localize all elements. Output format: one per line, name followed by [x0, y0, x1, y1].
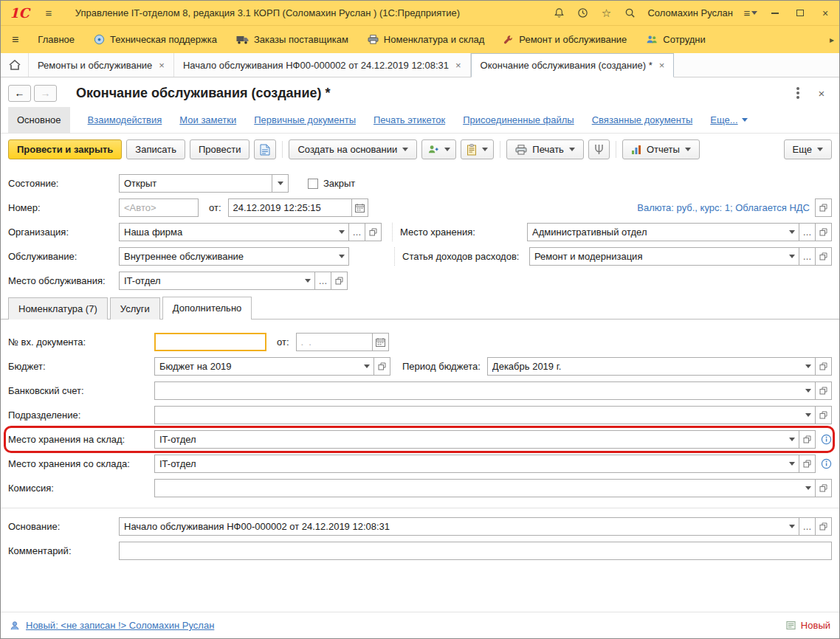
section-tech-support[interactable]: Техническая поддержка — [84, 26, 227, 53]
currency-open-button[interactable] — [815, 198, 832, 217]
storage-input[interactable] — [528, 224, 785, 241]
current-user[interactable]: Соломахин Руслан — [647, 7, 733, 18]
storage-from-warehouse-open-button[interactable] — [799, 455, 816, 473]
history-button[interactable] — [572, 4, 593, 23]
storage-from-warehouse-input[interactable] — [155, 455, 785, 472]
close-document-button[interactable]: × — [811, 84, 832, 102]
storage-to-warehouse-input[interactable] — [155, 431, 785, 448]
basis-dropdown-button[interactable] — [785, 518, 799, 535]
write-button[interactable]: Записать — [126, 139, 185, 159]
bank-account-input[interactable] — [155, 382, 801, 399]
nav-item-attached-files[interactable]: Присоединенные файлы — [463, 114, 574, 125]
window-tab-repairs[interactable]: Ремонты и обслуживание × — [29, 53, 174, 77]
budget-period-input[interactable] — [488, 358, 801, 375]
post-document-icon-button[interactable] — [254, 139, 276, 159]
print-button[interactable]: Печать — [506, 139, 584, 159]
section-employees[interactable]: Сотрудни — [636, 26, 715, 53]
incoming-doc-input[interactable] — [154, 333, 266, 351]
search-button[interactable] — [619, 4, 640, 23]
nav-item-notes[interactable]: Мои заметки — [179, 114, 236, 125]
expense-input[interactable] — [530, 248, 785, 265]
nav-item-interactions[interactable]: Взаимодействия — [88, 114, 162, 125]
nav-item-primary-docs[interactable]: Первичные документы — [254, 114, 356, 125]
expense-open-button[interactable] — [815, 247, 832, 266]
commission-dropdown-button[interactable] — [801, 480, 815, 497]
currency-link[interactable]: Валюта: руб., курс: 1; Облагается НДС — [637, 202, 810, 213]
section-main[interactable]: Главное — [28, 26, 84, 53]
basis-ellipsis-button[interactable]: … — [799, 517, 816, 536]
division-open-button[interactable] — [815, 406, 832, 424]
storage-to-warehouse-info-button[interactable] — [821, 434, 832, 445]
home-button[interactable] — [1, 53, 29, 77]
sections-hamburger-button[interactable]: ≡ — [2, 26, 28, 53]
organization-open-button[interactable] — [365, 223, 382, 241]
clipboard-button[interactable] — [461, 139, 494, 159]
tab-services[interactable]: Услуги — [110, 297, 160, 320]
closed-checkbox[interactable] — [308, 179, 318, 189]
add-user-button[interactable] — [421, 139, 456, 159]
date-calendar-button[interactable] — [351, 198, 368, 217]
service-place-dropdown-button[interactable] — [300, 272, 314, 289]
expense-dropdown-button[interactable] — [785, 248, 799, 265]
expense-ellipsis-button[interactable]: … — [799, 247, 816, 266]
notifications-button[interactable] — [548, 4, 569, 23]
close-window-button[interactable]: × — [814, 3, 836, 24]
service-input[interactable] — [120, 248, 334, 265]
more-actions-button[interactable] — [788, 84, 808, 102]
budget-dropdown-button[interactable] — [359, 358, 373, 375]
basis-input[interactable] — [120, 518, 785, 535]
state-input[interactable] — [120, 175, 272, 192]
number-input[interactable] — [119, 198, 199, 217]
window-tab-service-start[interactable]: Начало обслуживания НФ00-000002 от 24.12… — [174, 53, 471, 77]
incoming-date-input[interactable] — [297, 334, 372, 350]
nav-item-main[interactable]: Основное — [8, 107, 70, 133]
basis-open-button[interactable] — [815, 517, 832, 536]
reports-button[interactable]: Отчеты — [622, 139, 700, 159]
service-place-open-button[interactable] — [331, 272, 348, 290]
storage-from-warehouse-info-button[interactable] — [821, 458, 832, 469]
tab-additional[interactable]: Дополнительно — [162, 297, 252, 320]
close-tab-icon[interactable]: × — [659, 60, 665, 71]
main-menu-button[interactable]: ≡ — [38, 4, 59, 23]
post-button[interactable]: Провести — [190, 139, 250, 159]
commission-open-button[interactable] — [815, 479, 832, 497]
sections-scroll-right-button[interactable]: ▸ — [824, 26, 839, 53]
window-tab-service-end[interactable]: Окончание обслуживания (создание) * × — [471, 53, 675, 77]
section-supplier-orders[interactable]: Заказы поставщикам — [227, 26, 358, 53]
section-warehouse[interactable]: Номенклатура и склад — [358, 26, 494, 53]
back-button[interactable]: ← — [8, 85, 31, 102]
close-tab-icon[interactable]: × — [159, 60, 165, 71]
service-menu-button[interactable]: ≡ — [740, 4, 761, 23]
comment-input[interactable] — [119, 542, 832, 560]
budget-period-dropdown-button[interactable] — [801, 358, 815, 375]
service-place-input[interactable] — [120, 272, 300, 289]
division-dropdown-button[interactable] — [801, 407, 815, 424]
division-input[interactable] — [155, 407, 801, 424]
section-repair[interactable]: Ремонт и обслуживание — [494, 26, 636, 53]
storage-dropdown-button[interactable] — [785, 224, 799, 241]
storage-ellipsis-button[interactable]: … — [799, 223, 816, 241]
tab-nomenclature[interactable]: Номенклатура (7) — [8, 297, 108, 320]
bank-account-open-button[interactable] — [815, 381, 832, 400]
nav-item-print-labels[interactable]: Печать этикеток — [373, 114, 445, 125]
storage-to-warehouse-dropdown-button[interactable] — [785, 431, 799, 448]
document-status-link[interactable]: Новый: <не записан !> Соломахин Руслан — [26, 620, 214, 631]
state-dropdown-button[interactable] — [272, 174, 289, 193]
tools-button[interactable] — [588, 139, 610, 159]
nav-item-related-docs[interactable]: Связанные документы — [592, 114, 693, 125]
forward-button[interactable]: → — [34, 85, 57, 102]
incoming-date-calendar-button[interactable] — [372, 333, 389, 351]
favorites-button[interactable]: ☆ — [596, 4, 616, 23]
service-dropdown-button[interactable] — [334, 248, 348, 265]
maximize-button[interactable] — [789, 3, 811, 24]
create-on-base-button[interactable]: Создать на основании — [289, 139, 417, 159]
more-button[interactable]: Еще — [784, 139, 832, 159]
budget-input[interactable] — [155, 358, 359, 375]
organization-input[interactable] — [120, 224, 334, 241]
organization-dropdown-button[interactable] — [334, 224, 348, 241]
budget-open-button[interactable] — [373, 357, 390, 376]
storage-to-warehouse-open-button[interactable] — [799, 430, 816, 449]
bank-account-dropdown-button[interactable] — [801, 382, 815, 399]
budget-period-open-button[interactable] — [815, 357, 832, 376]
nav-item-more[interactable]: Еще... — [710, 114, 747, 125]
